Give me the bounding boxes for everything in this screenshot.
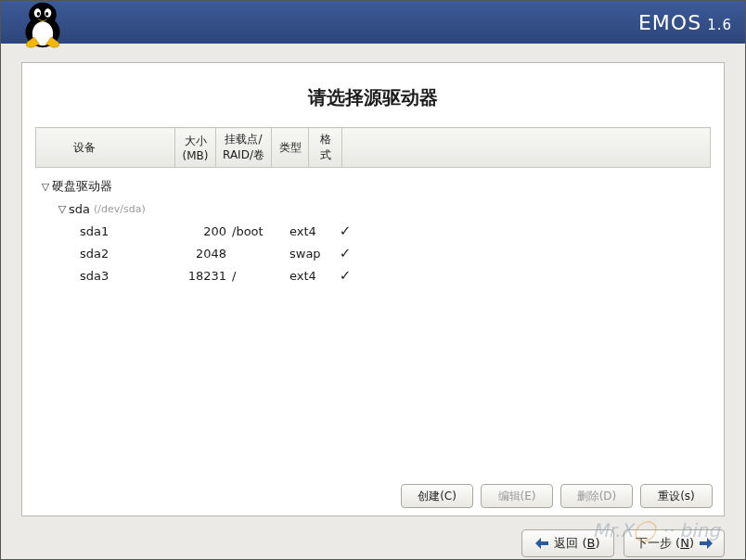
brand-name: EMOS — [638, 11, 701, 34]
title-bar: EMOS 1.6 — [1, 1, 745, 44]
partition-table: 设备 大小 (MB) 挂载点/ RAID/卷 类型 格式 ▽ 硬盘驱动器 ▽ s… — [22, 127, 724, 477]
brand-version: 1.6 — [707, 17, 732, 33]
check-icon: ✓ — [330, 267, 360, 284]
part-size: 2048 — [182, 247, 232, 261]
device-tree[interactable]: ▽ 硬盘驱动器 ▽ sda (/dev/sda) sda1200/bootext… — [35, 168, 711, 286]
expand-icon[interactable]: ▽ — [39, 181, 52, 193]
col-size[interactable]: 大小 (MB) — [175, 128, 216, 168]
arrow-right-icon — [700, 538, 713, 549]
part-mount: / — [232, 269, 289, 283]
part-type: ext4 — [289, 224, 330, 238]
part-size: 200 — [182, 224, 232, 238]
arrow-left-icon — [535, 538, 548, 549]
brand: EMOS 1.6 — [638, 11, 732, 34]
partition-row[interactable]: sda318231/ext4✓ — [39, 264, 711, 286]
part-name: sda2 — [80, 247, 182, 261]
next-button[interactable]: 下一步 (N) — [624, 529, 725, 557]
expand-icon[interactable]: ▽ — [56, 203, 69, 215]
col-format[interactable]: 格式 — [309, 128, 342, 168]
edit-button: 编辑(E) — [481, 484, 553, 508]
col-mount[interactable]: 挂载点/ RAID/卷 — [216, 128, 272, 168]
check-icon: ✓ — [330, 223, 360, 239]
col-type[interactable]: 类型 — [272, 128, 309, 168]
disk-name: sda — [69, 202, 90, 216]
root-label: 硬盘驱动器 — [52, 178, 154, 195]
col-device[interactable]: 设备 — [36, 128, 175, 168]
disk-path: (/dev/sda) — [94, 203, 146, 215]
svg-point-5 — [37, 12, 40, 16]
reset-button[interactable]: 重设(s) — [640, 484, 713, 508]
create-button[interactable]: 创建(C) — [401, 484, 473, 508]
partition-row[interactable]: sda1200/bootext4✓ — [39, 220, 711, 242]
partition-row[interactable]: sda22048swap✓ — [39, 242, 711, 264]
tree-disk[interactable]: ▽ sda (/dev/sda) — [39, 197, 711, 220]
tux-logo — [14, 1, 71, 44]
part-type: ext4 — [289, 269, 330, 283]
part-name: sda1 — [80, 224, 182, 238]
delete-button: 删除(D) — [560, 484, 633, 508]
tree-root[interactable]: ▽ 硬盘驱动器 — [39, 175, 711, 197]
svg-point-6 — [45, 12, 48, 16]
column-headers: 设备 大小 (MB) 挂载点/ RAID/卷 类型 格式 — [35, 127, 711, 168]
nav-footer: 返回 (B) 下一步 (N) — [1, 516, 745, 557]
back-button[interactable]: 返回 (B) — [521, 529, 614, 557]
part-mount: /boot — [232, 224, 289, 238]
page-title: 请选择源驱动器 — [22, 63, 724, 127]
part-name: sda3 — [80, 269, 182, 283]
action-buttons: 创建(C) 编辑(E) 删除(D) 重设(s) — [22, 477, 724, 515]
main-panel: 请选择源驱动器 设备 大小 (MB) 挂载点/ RAID/卷 类型 格式 ▽ 硬… — [21, 62, 725, 516]
part-type: swap — [289, 247, 330, 261]
check-icon: ✓ — [330, 245, 360, 261]
part-size: 18231 — [182, 269, 232, 283]
